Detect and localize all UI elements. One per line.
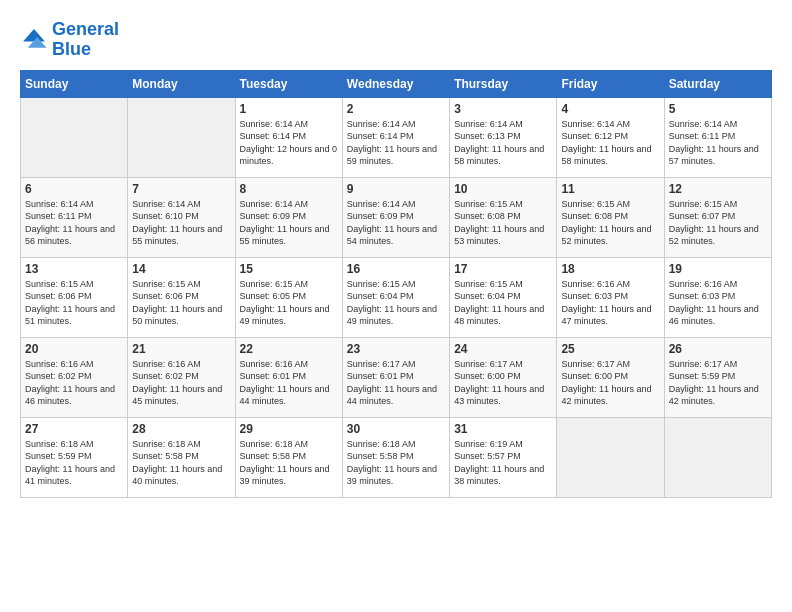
day-info: Sunrise: 6:14 AM Sunset: 6:13 PM Dayligh… [454, 118, 552, 168]
calendar-cell: 13Sunrise: 6:15 AM Sunset: 6:06 PM Dayli… [21, 257, 128, 337]
day-info: Sunrise: 6:15 AM Sunset: 6:06 PM Dayligh… [25, 278, 123, 328]
day-info: Sunrise: 6:17 AM Sunset: 5:59 PM Dayligh… [669, 358, 767, 408]
day-info: Sunrise: 6:15 AM Sunset: 6:07 PM Dayligh… [669, 198, 767, 248]
day-header-friday: Friday [557, 70, 664, 97]
calendar-cell: 26Sunrise: 6:17 AM Sunset: 5:59 PM Dayli… [664, 337, 771, 417]
day-number: 1 [240, 102, 338, 116]
day-number: 25 [561, 342, 659, 356]
calendar-cell: 19Sunrise: 6:16 AM Sunset: 6:03 PM Dayli… [664, 257, 771, 337]
day-header-sunday: Sunday [21, 70, 128, 97]
calendar-cell: 11Sunrise: 6:15 AM Sunset: 6:08 PM Dayli… [557, 177, 664, 257]
day-info: Sunrise: 6:17 AM Sunset: 6:00 PM Dayligh… [454, 358, 552, 408]
day-info: Sunrise: 6:15 AM Sunset: 6:05 PM Dayligh… [240, 278, 338, 328]
day-number: 16 [347, 262, 445, 276]
day-number: 24 [454, 342, 552, 356]
day-info: Sunrise: 6:18 AM Sunset: 5:58 PM Dayligh… [347, 438, 445, 488]
day-number: 3 [454, 102, 552, 116]
day-header-thursday: Thursday [450, 70, 557, 97]
day-number: 26 [669, 342, 767, 356]
day-info: Sunrise: 6:15 AM Sunset: 6:06 PM Dayligh… [132, 278, 230, 328]
day-info: Sunrise: 6:16 AM Sunset: 6:02 PM Dayligh… [25, 358, 123, 408]
calendar-cell: 9Sunrise: 6:14 AM Sunset: 6:09 PM Daylig… [342, 177, 449, 257]
day-info: Sunrise: 6:16 AM Sunset: 6:01 PM Dayligh… [240, 358, 338, 408]
day-number: 4 [561, 102, 659, 116]
calendar-cell: 5Sunrise: 6:14 AM Sunset: 6:11 PM Daylig… [664, 97, 771, 177]
calendar-cell: 22Sunrise: 6:16 AM Sunset: 6:01 PM Dayli… [235, 337, 342, 417]
day-info: Sunrise: 6:17 AM Sunset: 6:00 PM Dayligh… [561, 358, 659, 408]
day-header-wednesday: Wednesday [342, 70, 449, 97]
calendar-cell: 24Sunrise: 6:17 AM Sunset: 6:00 PM Dayli… [450, 337, 557, 417]
day-number: 22 [240, 342, 338, 356]
day-number: 28 [132, 422, 230, 436]
day-info: Sunrise: 6:15 AM Sunset: 6:04 PM Dayligh… [347, 278, 445, 328]
calendar-week-2: 6Sunrise: 6:14 AM Sunset: 6:11 PM Daylig… [21, 177, 772, 257]
logo-text: General Blue [52, 20, 119, 60]
calendar-cell: 27Sunrise: 6:18 AM Sunset: 5:59 PM Dayli… [21, 417, 128, 497]
day-number: 31 [454, 422, 552, 436]
calendar-cell: 23Sunrise: 6:17 AM Sunset: 6:01 PM Dayli… [342, 337, 449, 417]
calendar-cell: 29Sunrise: 6:18 AM Sunset: 5:58 PM Dayli… [235, 417, 342, 497]
day-info: Sunrise: 6:14 AM Sunset: 6:11 PM Dayligh… [25, 198, 123, 248]
calendar-cell [664, 417, 771, 497]
day-info: Sunrise: 6:15 AM Sunset: 6:08 PM Dayligh… [454, 198, 552, 248]
day-number: 21 [132, 342, 230, 356]
calendar-cell: 16Sunrise: 6:15 AM Sunset: 6:04 PM Dayli… [342, 257, 449, 337]
day-info: Sunrise: 6:18 AM Sunset: 5:58 PM Dayligh… [132, 438, 230, 488]
day-number: 30 [347, 422, 445, 436]
calendar-cell: 21Sunrise: 6:16 AM Sunset: 6:02 PM Dayli… [128, 337, 235, 417]
calendar-week-5: 27Sunrise: 6:18 AM Sunset: 5:59 PM Dayli… [21, 417, 772, 497]
day-number: 18 [561, 262, 659, 276]
day-number: 10 [454, 182, 552, 196]
day-number: 8 [240, 182, 338, 196]
day-info: Sunrise: 6:14 AM Sunset: 6:12 PM Dayligh… [561, 118, 659, 168]
calendar-cell: 2Sunrise: 6:14 AM Sunset: 6:14 PM Daylig… [342, 97, 449, 177]
day-info: Sunrise: 6:14 AM Sunset: 6:10 PM Dayligh… [132, 198, 230, 248]
day-info: Sunrise: 6:16 AM Sunset: 6:02 PM Dayligh… [132, 358, 230, 408]
calendar-week-1: 1Sunrise: 6:14 AM Sunset: 6:14 PM Daylig… [21, 97, 772, 177]
day-number: 17 [454, 262, 552, 276]
day-number: 13 [25, 262, 123, 276]
day-number: 11 [561, 182, 659, 196]
calendar-cell: 12Sunrise: 6:15 AM Sunset: 6:07 PM Dayli… [664, 177, 771, 257]
calendar-cell: 28Sunrise: 6:18 AM Sunset: 5:58 PM Dayli… [128, 417, 235, 497]
day-number: 12 [669, 182, 767, 196]
day-number: 5 [669, 102, 767, 116]
day-info: Sunrise: 6:15 AM Sunset: 6:08 PM Dayligh… [561, 198, 659, 248]
day-info: Sunrise: 6:16 AM Sunset: 6:03 PM Dayligh… [561, 278, 659, 328]
logo-icon [20, 26, 48, 54]
calendar-cell: 3Sunrise: 6:14 AM Sunset: 6:13 PM Daylig… [450, 97, 557, 177]
calendar-cell [21, 97, 128, 177]
calendar-cell: 6Sunrise: 6:14 AM Sunset: 6:11 PM Daylig… [21, 177, 128, 257]
day-number: 7 [132, 182, 230, 196]
calendar-cell: 8Sunrise: 6:14 AM Sunset: 6:09 PM Daylig… [235, 177, 342, 257]
calendar-cell: 17Sunrise: 6:15 AM Sunset: 6:04 PM Dayli… [450, 257, 557, 337]
calendar-cell: 14Sunrise: 6:15 AM Sunset: 6:06 PM Dayli… [128, 257, 235, 337]
day-number: 14 [132, 262, 230, 276]
day-info: Sunrise: 6:14 AM Sunset: 6:14 PM Dayligh… [240, 118, 338, 168]
day-number: 9 [347, 182, 445, 196]
calendar-cell: 7Sunrise: 6:14 AM Sunset: 6:10 PM Daylig… [128, 177, 235, 257]
calendar-table: SundayMondayTuesdayWednesdayThursdayFrid… [20, 70, 772, 498]
calendar-cell [557, 417, 664, 497]
day-info: Sunrise: 6:18 AM Sunset: 5:58 PM Dayligh… [240, 438, 338, 488]
calendar-cell: 30Sunrise: 6:18 AM Sunset: 5:58 PM Dayli… [342, 417, 449, 497]
calendar-cell: 31Sunrise: 6:19 AM Sunset: 5:57 PM Dayli… [450, 417, 557, 497]
day-header-monday: Monday [128, 70, 235, 97]
calendar-cell: 4Sunrise: 6:14 AM Sunset: 6:12 PM Daylig… [557, 97, 664, 177]
day-info: Sunrise: 6:14 AM Sunset: 6:09 PM Dayligh… [347, 198, 445, 248]
day-info: Sunrise: 6:14 AM Sunset: 6:09 PM Dayligh… [240, 198, 338, 248]
day-info: Sunrise: 6:17 AM Sunset: 6:01 PM Dayligh… [347, 358, 445, 408]
days-header-row: SundayMondayTuesdayWednesdayThursdayFrid… [21, 70, 772, 97]
logo: General Blue [20, 20, 119, 60]
day-info: Sunrise: 6:14 AM Sunset: 6:14 PM Dayligh… [347, 118, 445, 168]
day-info: Sunrise: 6:16 AM Sunset: 6:03 PM Dayligh… [669, 278, 767, 328]
day-number: 27 [25, 422, 123, 436]
day-number: 19 [669, 262, 767, 276]
day-info: Sunrise: 6:14 AM Sunset: 6:11 PM Dayligh… [669, 118, 767, 168]
day-number: 6 [25, 182, 123, 196]
day-info: Sunrise: 6:18 AM Sunset: 5:59 PM Dayligh… [25, 438, 123, 488]
day-info: Sunrise: 6:19 AM Sunset: 5:57 PM Dayligh… [454, 438, 552, 488]
calendar-cell: 1Sunrise: 6:14 AM Sunset: 6:14 PM Daylig… [235, 97, 342, 177]
day-info: Sunrise: 6:15 AM Sunset: 6:04 PM Dayligh… [454, 278, 552, 328]
calendar-cell: 25Sunrise: 6:17 AM Sunset: 6:00 PM Dayli… [557, 337, 664, 417]
